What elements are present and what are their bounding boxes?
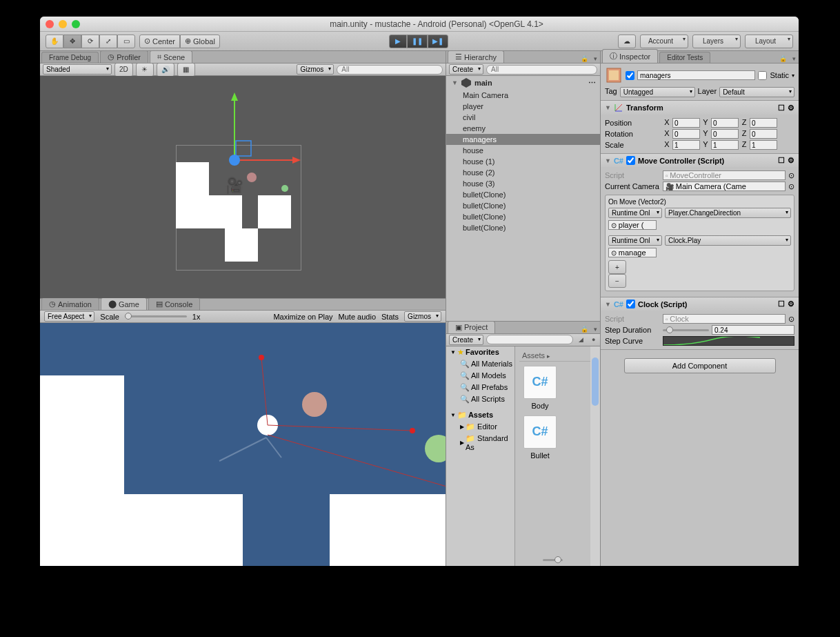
help-icon[interactable]: ☐ [778, 300, 785, 308]
context-menu-icon[interactable]: ▾ [591, 325, 600, 333]
favorites-folder[interactable]: ▼★Favorites [446, 346, 514, 358]
tab-project[interactable]: ▣Project [448, 321, 495, 333]
favorite-search-item[interactable]: 🔍All Prefabs [446, 382, 514, 393]
project-scrollbar[interactable] [590, 346, 600, 567]
game-scale-slider[interactable] [125, 315, 187, 317]
asset-folder-item[interactable]: ▶📁 Standard As [446, 433, 514, 453]
add-component-button[interactable]: Add Component [624, 358, 776, 373]
2d-toggle[interactable]: 2D [114, 63, 133, 77]
maximize-icon[interactable] [72, 20, 80, 28]
hierarchy-item[interactable]: house (2) [446, 167, 600, 178]
lighting-toggle[interactable]: ☀ [136, 63, 154, 77]
step-duration-field[interactable] [712, 325, 794, 335]
fold-icon[interactable]: ▼ [605, 157, 611, 164]
hierarchy-item[interactable]: managers [446, 134, 600, 145]
gizmos-dropdown[interactable]: Gizmos [297, 64, 334, 75]
tab-game[interactable]: ⬤Game [101, 297, 147, 310]
hierarchy-item[interactable]: bullet(Clone) [446, 211, 600, 222]
scale-tool-button[interactable]: ⤢ [99, 35, 117, 48]
gear-icon[interactable]: ⚙ [788, 104, 794, 112]
event-mode-dropdown[interactable]: Runtime Onl [608, 208, 662, 218]
lock-icon[interactable]: 🔒 [578, 325, 591, 333]
assets-folder[interactable]: ▼📁Assets [446, 409, 514, 421]
context-menu-icon[interactable]: ▾ [591, 55, 600, 63]
asset-item[interactable]: C#Bullet [519, 415, 561, 460]
move-gizmo-icon[interactable] [214, 91, 303, 181]
rotation-y-field[interactable] [711, 129, 739, 139]
step-curve-field[interactable] [663, 336, 794, 346]
tab-inspector[interactable]: ⓘInspector [602, 49, 658, 63]
hierarchy-list[interactable]: ▼ main ⋯ Main Cameraplayercivilenemymana… [446, 76, 600, 321]
step-duration-slider[interactable] [663, 329, 709, 331]
project-icon-size-slider[interactable] [543, 559, 563, 561]
favorite-search-item[interactable]: 🔍All Models [446, 370, 514, 382]
stats-toggle[interactable]: Stats [381, 313, 399, 321]
scene-menu-icon[interactable]: ⋯ [588, 79, 596, 88]
move-tool-button[interactable]: ✥ [63, 35, 81, 48]
scene-search[interactable] [337, 65, 443, 75]
rotate-tool-button[interactable]: ⟳ [81, 35, 99, 48]
scale-y-field[interactable] [711, 140, 739, 150]
help-icon[interactable]: ☐ [778, 156, 785, 165]
step-button[interactable]: ▶❚ [428, 35, 448, 48]
favorite-search-item[interactable]: 🔍All Scripts [446, 393, 514, 405]
space-button[interactable]: ⊕Global [180, 35, 220, 48]
script-field[interactable]: ▫ MoveController [663, 170, 786, 180]
close-icon[interactable] [46, 20, 54, 28]
fold-icon[interactable]: ▼ [605, 301, 611, 308]
gameobject-name-field[interactable] [637, 70, 755, 80]
hierarchy-item[interactable]: Main Camera [446, 90, 600, 101]
layers-dropdown[interactable]: Layers [692, 35, 741, 48]
event-method-dropdown[interactable]: Clock.Play [665, 235, 791, 246]
project-breadcrumb[interactable]: Assets ▸ [519, 351, 596, 362]
audio-toggle[interactable]: 🔊 [157, 63, 174, 77]
scale-x-field[interactable] [672, 140, 700, 150]
gear-icon[interactable]: ⚙ [788, 300, 794, 308]
gameobject-active-checkbox[interactable] [626, 71, 634, 80]
event-target-field[interactable]: ⊙ manage [608, 248, 657, 257]
camera-field[interactable]: 🎥 Main Camera (Came [663, 182, 786, 191]
event-method-dropdown[interactable]: Player.ChangeDirection [665, 208, 791, 218]
fx-toggle[interactable]: ▦ [177, 63, 195, 77]
game-gizmos-dropdown[interactable]: Gizmos [404, 311, 441, 322]
search-filter-icon[interactable]: ◢ [576, 335, 586, 344]
aspect-dropdown[interactable]: Free Aspect [44, 311, 94, 322]
layer-dropdown[interactable]: Default [719, 87, 794, 97]
tab-profiler[interactable]: ◷Profiler [100, 50, 148, 63]
play-button[interactable]: ▶ [389, 35, 407, 48]
tab-hierarchy[interactable]: ☰Hierarchy [448, 50, 504, 63]
position-y-field[interactable] [711, 118, 739, 128]
layout-dropdown[interactable]: Layout [745, 35, 793, 48]
lock-icon[interactable]: 🔒 [777, 55, 790, 63]
project-tree[interactable]: ▼★Favorites 🔍All Materials🔍All Models🔍Al… [446, 346, 515, 567]
mute-toggle[interactable]: Mute audio [339, 313, 376, 321]
account-dropdown[interactable]: Account [640, 35, 688, 48]
tag-dropdown[interactable]: Untagged [620, 87, 695, 97]
tab-editor-tests[interactable]: Editor Tests [659, 52, 710, 63]
event-remove-button[interactable]: − [608, 274, 626, 288]
hierarchy-item[interactable]: civil [446, 112, 600, 123]
minimize-icon[interactable] [59, 20, 67, 28]
scene-view[interactable]: 🎥 [40, 76, 446, 298]
hierarchy-item[interactable]: player [446, 101, 600, 112]
hierarchy-item[interactable]: enemy [446, 123, 600, 134]
event-add-button[interactable]: + [608, 260, 626, 274]
hierarchy-item[interactable]: bullet(Clone) [446, 189, 600, 200]
fold-icon[interactable]: ▼ [605, 104, 611, 111]
script-field[interactable]: ▫ Clock [663, 314, 786, 324]
component-enabled-checkbox[interactable] [626, 156, 635, 165]
favorite-search-item[interactable]: 🔍All Materials [446, 358, 514, 370]
tab-animation[interactable]: ◷Animation [41, 297, 99, 310]
scale-z-field[interactable] [750, 140, 777, 150]
component-enabled-checkbox[interactable] [626, 300, 635, 308]
static-checkbox[interactable] [758, 71, 767, 80]
context-menu-icon[interactable]: ▾ [790, 55, 799, 63]
static-dropdown-icon[interactable]: ▾ [792, 72, 794, 79]
shading-mode-dropdown[interactable]: Shaded [43, 64, 112, 75]
rect-tool-button[interactable]: ▭ [117, 35, 135, 48]
hand-tool-button[interactable]: ✋ [46, 35, 63, 48]
search-label-icon[interactable]: ● [589, 335, 598, 344]
project-create-dropdown[interactable]: Create [449, 335, 483, 345]
hierarchy-item[interactable]: house [446, 145, 600, 156]
lock-icon[interactable]: 🔒 [578, 55, 591, 63]
